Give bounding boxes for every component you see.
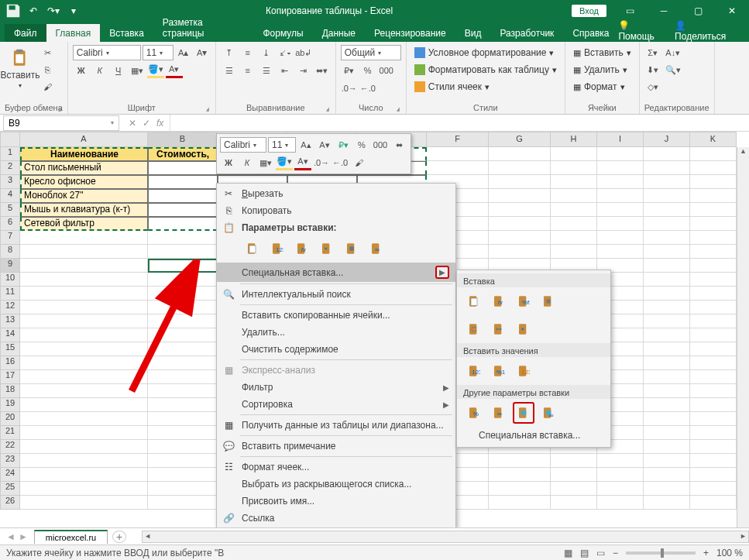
cell[interactable]: [148, 231, 218, 245]
cell[interactable]: [644, 342, 690, 356]
cell[interactable]: [690, 259, 737, 273]
sheet-tab[interactable]: microexcel.ru: [34, 530, 108, 544]
paste-button[interactable]: Вставить▾: [5, 45, 36, 89]
cell[interactable]: [690, 203, 737, 217]
cell[interactable]: [690, 314, 737, 328]
cell[interactable]: [148, 273, 218, 287]
cell[interactable]: [551, 468, 597, 482]
mini-currency-icon[interactable]: ₽▾: [335, 137, 352, 153]
cell[interactable]: [148, 454, 218, 468]
cell[interactable]: [20, 245, 148, 259]
increase-decimal-icon[interactable]: .0→: [341, 81, 358, 96]
column-header[interactable]: G: [489, 132, 551, 147]
sub-paste-special-dialog[interactable]: Специальная вставка...: [457, 427, 610, 444]
column-header[interactable]: H: [551, 132, 597, 147]
cell[interactable]: [489, 231, 551, 245]
tab-view[interactable]: Вид: [455, 24, 491, 42]
cell[interactable]: [597, 203, 644, 217]
format-table-button[interactable]: Форматировать как таблицу▾: [411, 62, 560, 77]
cell[interactable]: [148, 356, 218, 370]
cell[interactable]: [20, 342, 148, 356]
tab-layout[interactable]: Разметка страницы: [153, 13, 254, 42]
cell[interactable]: [644, 496, 690, 510]
sub-values-icon[interactable]: 123: [463, 360, 485, 382]
cell[interactable]: [644, 161, 690, 175]
mini-font-combo[interactable]: Calibri▾: [220, 137, 266, 153]
cell[interactable]: [690, 161, 737, 175]
cell[interactable]: [489, 482, 551, 496]
cell[interactable]: [551, 231, 597, 245]
underline-button[interactable]: Ч: [110, 63, 127, 78]
cell[interactable]: [690, 175, 737, 189]
add-sheet-icon[interactable]: +: [112, 531, 126, 543]
increase-indent-icon[interactable]: ⇥: [295, 63, 312, 78]
column-header[interactable]: I: [597, 132, 644, 147]
horizontal-scrollbar[interactable]: [142, 531, 749, 543]
cell[interactable]: [644, 468, 690, 482]
mini-grow-icon[interactable]: A▴: [297, 137, 314, 153]
cell[interactable]: [148, 342, 218, 356]
cell[interactable]: [644, 231, 690, 245]
row-header[interactable]: 9: [0, 259, 20, 273]
cell[interactable]: [20, 468, 148, 482]
cell[interactable]: Наименование: [20, 147, 148, 161]
sheet-next-icon[interactable]: ►: [19, 531, 28, 542]
mini-fill-icon[interactable]: 🪣▾: [276, 155, 293, 170]
cell[interactable]: [148, 482, 218, 496]
maximize-icon[interactable]: ▢: [681, 0, 715, 22]
cell[interactable]: [597, 231, 644, 245]
format-painter-icon[interactable]: 🖌: [39, 79, 56, 94]
autosum-icon[interactable]: Σ▾: [644, 45, 661, 60]
cell[interactable]: [644, 482, 690, 496]
cell[interactable]: [597, 245, 644, 259]
cell[interactable]: [489, 161, 551, 175]
font-size-combo[interactable]: 11▾: [143, 45, 174, 60]
cut-icon[interactable]: ✂: [39, 45, 56, 60]
cell[interactable]: [20, 384, 148, 398]
cell[interactable]: [20, 314, 148, 328]
sub-link-icon[interactable]: ∞: [488, 402, 510, 424]
zoom-level[interactable]: 100 %: [716, 548, 743, 558]
cell[interactable]: [148, 398, 218, 412]
sub-values-numfmt-icon[interactable]: %123: [488, 360, 510, 382]
cell[interactable]: [690, 440, 737, 454]
tab-help[interactable]: Справка: [563, 24, 618, 42]
cell[interactable]: [597, 161, 644, 175]
ctx-clear[interactable]: Очистить содержимое: [217, 341, 455, 358]
row-header[interactable]: 23: [0, 454, 20, 468]
cell[interactable]: [690, 356, 737, 370]
sub-picture-icon[interactable]: [513, 402, 534, 424]
tell-me[interactable]: 💡 Помощь: [618, 20, 667, 42]
cell[interactable]: [644, 426, 690, 440]
cell[interactable]: [148, 203, 218, 217]
redo-icon[interactable]: ↷▾: [45, 2, 62, 19]
ctx-paste-special[interactable]: Специальная вставка...▶: [217, 263, 455, 282]
cell[interactable]: [690, 217, 737, 231]
cell[interactable]: [644, 147, 690, 161]
mini-merge-icon[interactable]: ⬌: [390, 137, 407, 153]
font-family-combo[interactable]: Calibri▾: [73, 45, 141, 60]
cell[interactable]: [148, 426, 218, 440]
cell[interactable]: [148, 440, 218, 454]
row-header[interactable]: 12: [0, 301, 20, 314]
cell[interactable]: [644, 175, 690, 189]
cell[interactable]: [644, 287, 690, 301]
row-header[interactable]: 19: [0, 398, 20, 412]
cell[interactable]: [148, 468, 218, 482]
ctx-format-cells[interactable]: ☷Формат ячеек...: [217, 459, 455, 476]
cell[interactable]: [597, 482, 644, 496]
number-format-combo[interactable]: Общий▾: [341, 45, 401, 60]
cell[interactable]: [690, 384, 737, 398]
comma-icon[interactable]: 000: [378, 63, 395, 78]
copy-icon[interactable]: ⎘: [39, 62, 56, 77]
cell[interactable]: [597, 189, 644, 203]
sub-linked-picture-icon[interactable]: ∞: [538, 402, 559, 424]
cell[interactable]: [20, 356, 148, 370]
cell[interactable]: [148, 189, 218, 203]
sub-paste-colwidth-icon[interactable]: [488, 318, 510, 340]
cell[interactable]: [644, 454, 690, 468]
cell[interactable]: [489, 175, 551, 189]
bold-button[interactable]: Ж: [73, 63, 90, 78]
cell[interactable]: [690, 273, 737, 287]
cell[interactable]: [551, 161, 597, 175]
